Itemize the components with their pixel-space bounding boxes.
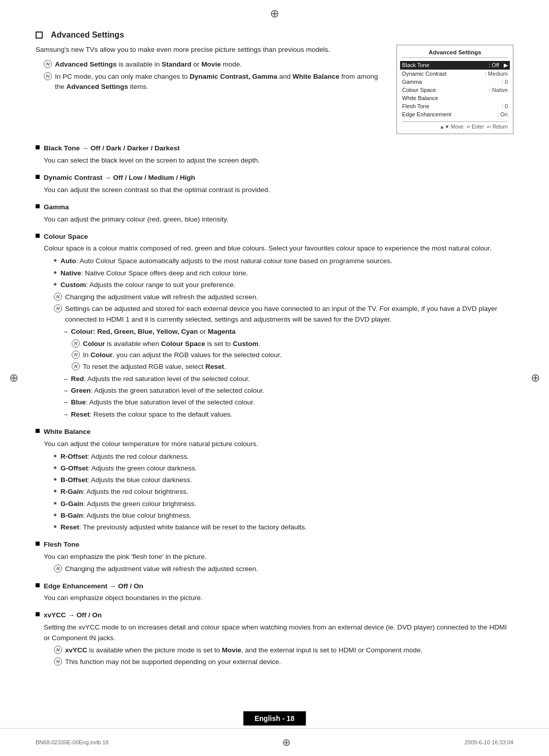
note-icon-2: N bbox=[44, 72, 52, 80]
item-xvycc: xvYCC → Off / On Setting the xvYCC mode … bbox=[36, 610, 513, 669]
dash-blue: – Blue: Adjusts the blue saturation leve… bbox=[64, 397, 513, 407]
xvycc-note-1: N xvYCC is available when the picture mo… bbox=[54, 645, 513, 655]
note-item-2: N In PC mode, you can only make changes … bbox=[36, 72, 386, 92]
screenshot-nav-move: ▲▼ Move bbox=[439, 124, 463, 130]
item-white-balance: White Balance You can adjust the colour … bbox=[36, 427, 513, 535]
checkbox-icon bbox=[36, 32, 43, 39]
screenshot-row-edge-enhancement: Edge Enhancement : On bbox=[402, 110, 508, 118]
note-icon: N bbox=[54, 564, 62, 573]
note-icon: N bbox=[72, 351, 80, 359]
item-content-colour-space: Colour Space Colour space is a colour ma… bbox=[44, 232, 513, 422]
item-gamma: Gamma You can adjust the primary colour … bbox=[36, 202, 513, 227]
bullet-square bbox=[36, 542, 40, 546]
bullet-dot bbox=[54, 490, 56, 492]
xvycc-note-text-1: xvYCC is available when the picture mode… bbox=[65, 645, 422, 655]
note-item-1: N Advanced Settings is available in Stan… bbox=[36, 59, 386, 70]
sub-note-text: Settings can be adjusted and stored for … bbox=[65, 304, 513, 325]
item-content-flesh-tone: Flesh Tone You can emphasize the pink 'f… bbox=[44, 540, 513, 576]
bottom-bar: BN68-02330E-00Eng.indb 18 ⊕ 2009-6-10 16… bbox=[0, 728, 549, 756]
item-content-dynamic-contrast: Dynamic Contrast → Off / Low / Medium / … bbox=[44, 173, 513, 197]
intro-para1: Samsung's new TVs allow you to make even… bbox=[36, 45, 386, 55]
item-flesh-tone: Flesh Tone You can emphasize the pink 'f… bbox=[36, 540, 513, 576]
bullet-square bbox=[36, 145, 40, 149]
colour-space-bullets: Auto: Auto Colour Space automatically ad… bbox=[54, 256, 513, 290]
screenshot-row-white-balance: White Balance bbox=[402, 94, 508, 102]
bullet-g-gain: G-Gain: Adjusts the green colour brightn… bbox=[54, 499, 513, 509]
bullet-reset-wb: Reset: The previously adjusted white bal… bbox=[54, 522, 513, 532]
screenshot-row-black-tone: Black Tone : Off ▶ bbox=[400, 61, 510, 70]
bullet-square bbox=[36, 612, 40, 616]
item-colour-space: Colour Space Colour space is a colour ma… bbox=[36, 232, 513, 422]
dash-sub-note-text: In Colour, you can adjust the RGB values… bbox=[83, 350, 282, 360]
item-content-xvycc: xvYCC → Off / On Setting the xvYCC mode … bbox=[44, 610, 513, 669]
note-icon: N bbox=[72, 362, 80, 370]
note-icon: N bbox=[72, 339, 80, 348]
bullet-dot bbox=[54, 466, 56, 469]
item-content-white-balance: White Balance You can adjust the colour … bbox=[44, 427, 513, 535]
item-black-tone: Black Tone → Off / Dark / Darker / Darke… bbox=[36, 143, 513, 168]
bullet-g-offset: G-Offset: Adjusts the green colour darkn… bbox=[54, 463, 513, 474]
bullet-dot bbox=[54, 502, 56, 505]
sub-note-settings: N Settings can be adjusted and stored fo… bbox=[54, 304, 513, 325]
bullet-dot bbox=[54, 514, 56, 516]
colour-space-rgb-list: – Red: Adjusts the red saturation level … bbox=[64, 374, 513, 420]
dash-sub-note-2: N In Colour, you can adjust the RGB valu… bbox=[72, 350, 513, 360]
note-icon: N bbox=[54, 657, 62, 666]
bullet-square bbox=[36, 234, 40, 238]
bottom-compass-icon: ⊕ bbox=[282, 736, 291, 748]
bullet-square bbox=[36, 583, 40, 587]
dash-reset: – Reset: Resets the colour space to the … bbox=[64, 410, 513, 420]
item-content-black-tone: Black Tone → Off / Dark / Darker / Darke… bbox=[44, 143, 513, 168]
item-dynamic-contrast: Dynamic Contrast → Off / Low / Medium / … bbox=[36, 173, 513, 197]
screenshot-title: Advanced Settings bbox=[402, 49, 508, 58]
bullet-dot bbox=[54, 259, 56, 262]
section-title: Advanced Settings bbox=[51, 30, 124, 40]
bullet-native: Native: Native Colour Space offers deep … bbox=[54, 268, 513, 278]
bullet-r-gain: R-Gain: Adjusts the red colour brightnes… bbox=[54, 487, 513, 497]
dash-sub-note-1: N Colour is available when Colour Space … bbox=[72, 339, 513, 349]
colour-space-dash-list: – Colour: Red, Green, Blue, Yellow, Cyan… bbox=[64, 327, 513, 337]
bullet-b-offset: B-Offset: Adjusts the blue colour darkne… bbox=[54, 475, 513, 485]
flesh-tone-note-text: Changing the adjustment value will refre… bbox=[65, 564, 258, 574]
note-text-1: Advanced Settings is available in Standa… bbox=[55, 59, 242, 70]
item-content-gamma: Gamma You can adjust the primary colour … bbox=[44, 202, 513, 227]
note-text-2: In PC mode, you can only make changes to… bbox=[55, 72, 386, 92]
bottom-right-text: 2009-6-10 16:33:04 bbox=[465, 739, 513, 745]
white-balance-bullets: R-Offset: Adjusts the red colour darknes… bbox=[54, 452, 513, 533]
bullet-dot bbox=[54, 455, 56, 457]
intro-text-block: Samsung's new TVs allow you to make even… bbox=[36, 45, 386, 134]
screenshot-row-gamma: Gamma : 0 bbox=[402, 78, 508, 86]
note-icon: N bbox=[54, 304, 62, 312]
item-edge-enhancement: Edge Enhancement → Off / On You can emph… bbox=[36, 581, 513, 606]
bullet-square bbox=[36, 175, 40, 179]
screenshot-nav: ▲▼ Move ↵ Enter ↩ Return bbox=[402, 121, 508, 130]
sub-note-changing: N Changing the adjustment value will ref… bbox=[54, 292, 513, 302]
dash-sub-note-3: N To reset the adjusted RGB value, selec… bbox=[72, 362, 513, 372]
screenshot-row-dynamic-contrast: Dynamic Contrast : Medium bbox=[402, 70, 508, 78]
dash-red: – Red: Adjusts the red saturation level … bbox=[64, 374, 513, 384]
bullet-custom: Custom: Adjusts the colour range to suit… bbox=[54, 280, 513, 290]
dash-colour-list: – Colour: Red, Green, Blue, Yellow, Cyan… bbox=[64, 327, 513, 337]
bullet-dot bbox=[54, 271, 56, 274]
dash-sub-note-text: Colour is available when Colour Space is… bbox=[83, 339, 260, 349]
screenshot-box: Advanced Settings Black Tone : Off ▶ Dyn… bbox=[396, 45, 513, 134]
bullet-dot bbox=[54, 525, 56, 528]
bullet-dot bbox=[54, 283, 56, 286]
dash-green: – Green: Adjusts the green saturation le… bbox=[64, 386, 513, 396]
bullet-b-gain: B-Gain: Adjusts the blue colour brightne… bbox=[54, 511, 513, 521]
bullet-square bbox=[36, 429, 40, 433]
xvycc-note-2: N This function may not be supported dep… bbox=[54, 657, 513, 667]
bullet-dot bbox=[54, 478, 56, 481]
note-icon: N bbox=[54, 646, 62, 654]
bullet-r-offset: R-Offset: Adjusts the red colour darknes… bbox=[54, 452, 513, 462]
screenshot-row-flesh-tone: Flesh Tone : 0 bbox=[402, 102, 508, 110]
sub-note-text: Changing the adjustment value will refre… bbox=[65, 292, 258, 302]
dash-sub-note-text: To reset the adjusted RGB value, select … bbox=[83, 362, 226, 372]
screenshot-row-colour-space: Colour Space : Native bbox=[402, 86, 508, 94]
xvycc-note-text-2: This function may not be supported depen… bbox=[65, 657, 281, 667]
bullet-square bbox=[36, 204, 40, 208]
bottom-left-text: BN68-02330E-00Eng.indb 18 bbox=[36, 739, 109, 745]
screenshot-nav-return: ↩ Return bbox=[487, 124, 508, 130]
flesh-tone-note: N Changing the adjustment value will ref… bbox=[54, 564, 513, 574]
note-icon-1: N bbox=[44, 60, 52, 68]
